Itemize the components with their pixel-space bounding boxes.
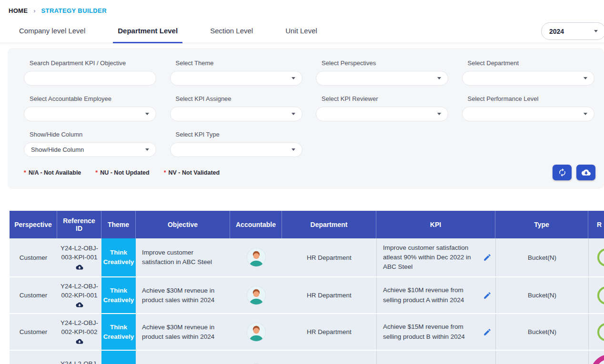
kpi-text: Achieve $10M revenue from selling produc…: [383, 285, 480, 305]
kpi-text: Improve customer satisfaction atleast 90…: [383, 243, 480, 272]
cell-accountable: [230, 351, 282, 364]
cell-kpi: Achieve $5M revenue from selling product…: [376, 351, 495, 364]
header-theme: Theme: [101, 211, 136, 238]
select-department-label: Select Department: [462, 59, 596, 67]
asterisk-icon: *: [95, 169, 98, 176]
chevron-down-icon: [437, 77, 441, 79]
panel-actions: [553, 165, 595, 180]
cell-kpi: Achieve $15M revenue from selling produc…: [376, 314, 495, 350]
level-tab-bar: Company level Level Department Level Sec…: [0, 24, 604, 43]
cell-last-column: [588, 351, 604, 364]
avatar[interactable]: [247, 248, 265, 266]
edit-kpi-button[interactable]: [483, 253, 492, 262]
download-kpi-button[interactable]: [75, 301, 84, 308]
export-button[interactable]: [576, 165, 595, 180]
select-accountable-label: Select Accountable Employee: [24, 95, 158, 102]
cell-theme: Think Creatively: [101, 238, 136, 276]
edit-kpi-button[interactable]: [483, 291, 492, 300]
cell-department: HR Department: [282, 277, 376, 313]
asterisk-icon: *: [164, 169, 166, 176]
select-reviewer-label: Select KPI Reviewer: [316, 95, 450, 102]
chevron-down-icon: [584, 77, 587, 79]
cell-department: HR Department: [282, 351, 376, 364]
header-objective: Objective: [136, 211, 230, 238]
cell-last-column: [588, 238, 604, 276]
field-select-department: Select Department: [462, 59, 596, 86]
header-type: Type: [495, 211, 588, 238]
cell-accountable: [230, 277, 282, 313]
search-kpi-input[interactable]: [24, 71, 156, 86]
cell-last-column: [588, 314, 604, 350]
field-select-reviewer: Select KPI Reviewer: [316, 95, 450, 121]
field-select-theme: Select Theme: [170, 59, 304, 86]
download-kpi-button[interactable]: [75, 264, 84, 271]
show-hide-column-dropdown[interactable]: Show/Hide Column: [24, 142, 156, 157]
field-select-performance: Select Performance Level: [462, 95, 596, 121]
avatar[interactable]: [247, 323, 265, 341]
cell-theme: Think Creatively: [101, 314, 136, 350]
header-perspective: Perspective: [10, 211, 57, 238]
reference-id-text: Y24-L2-OBJ-002-KPI-002: [58, 319, 101, 337]
kpi-table-header: Perspective Reference ID Theme Objective…: [10, 211, 604, 238]
tab-section-level[interactable]: Section Level: [205, 24, 258, 43]
chevron-down-icon: [584, 113, 587, 115]
cell-type: Bucket(N): [495, 351, 588, 364]
select-department-dropdown[interactable]: [462, 71, 594, 86]
select-kpi-type-dropdown[interactable]: [170, 142, 302, 157]
download-kpi-button[interactable]: [75, 338, 84, 345]
legend-nu: *NU - Not Updated: [95, 169, 149, 176]
chevron-down-icon: [292, 148, 295, 151]
progress-ring: [597, 248, 604, 266]
kpi-text: Achieve $15M revenue from selling produc…: [383, 322, 480, 342]
edit-pencil-icon: [483, 291, 492, 300]
show-hide-column-value: Show/Hide Column: [31, 146, 84, 153]
select-reviewer-dropdown[interactable]: [316, 107, 448, 121]
cell-last-column: [588, 277, 604, 313]
field-show-hide-column: Show/Hide Column Show/Hide Column: [24, 131, 158, 157]
asterisk-icon: *: [24, 169, 26, 176]
status-legend: *N/A - Not Available *NU - Not Updated *…: [24, 169, 220, 176]
table-row: Customer Y24-L2-OBJ-003-KPI-001 Think Cr…: [10, 238, 604, 277]
progress-ring: [597, 323, 604, 341]
filter-panel-footer: *N/A - Not Available *NU - Not Updated *…: [24, 165, 595, 180]
cell-accountable: [230, 238, 282, 276]
select-performance-dropdown[interactable]: [462, 107, 594, 121]
header-department: Department: [282, 211, 376, 238]
cell-reference-id: Y24-L2-OBJ-002-KPI-002: [57, 314, 101, 350]
cell-perspective: Customer: [10, 238, 57, 276]
select-theme-label: Select Theme: [170, 59, 304, 67]
select-assignee-label: Select KPI Assignee: [170, 95, 304, 102]
breadcrumb-home[interactable]: HOME: [9, 7, 28, 14]
cell-perspective: Customer: [10, 351, 57, 364]
breadcrumb-separator-icon: ›: [33, 7, 35, 14]
table-row: Customer Y24-L2-OBJ-002-KPI-002 Think Cr…: [10, 314, 604, 351]
progress-ring: [591, 354, 604, 364]
select-assignee-dropdown[interactable]: [170, 107, 302, 121]
edit-kpi-button[interactable]: [483, 328, 492, 336]
cell-type: Bucket(N): [495, 238, 588, 276]
header-last-column: R: [588, 211, 604, 238]
tab-company-level[interactable]: Company level Level: [14, 24, 90, 43]
refresh-button[interactable]: [553, 165, 572, 180]
field-search-kpi: Search Department KPI / Objective: [24, 59, 158, 86]
tab-unit-level[interactable]: Unit Level: [281, 24, 322, 43]
cloud-download-icon: [582, 168, 591, 177]
select-theme-dropdown[interactable]: [170, 71, 302, 86]
cell-perspective: Customer: [10, 314, 57, 350]
cell-kpi: Achieve $10M revenue from selling produc…: [376, 277, 495, 313]
avatar[interactable]: [247, 286, 265, 305]
field-select-accountable: Select Accountable Employee: [24, 95, 158, 121]
select-perspectives-dropdown[interactable]: [316, 71, 448, 86]
search-kpi-label: Search Department KPI / Objective: [24, 59, 158, 67]
cell-objective: Improve customer satisfaction in ABC Ste…: [136, 238, 230, 276]
edit-pencil-icon: [483, 328, 492, 336]
select-perspectives-label: Select Perspectives: [316, 59, 450, 67]
year-select[interactable]: 2024: [541, 22, 604, 40]
legend-na: *N/A - Not Available: [24, 169, 81, 176]
cell-reference-id: Y24-L2-OBJ-003-KPI-001: [57, 238, 101, 276]
header-accountable: Accountable: [230, 211, 282, 238]
tab-department-level[interactable]: Department Level: [113, 24, 182, 43]
reference-id-text: Y24-L2-OBJ-002-KPI-003: [58, 360, 101, 364]
cell-perspective: Customer: [10, 277, 57, 313]
select-accountable-dropdown[interactable]: [24, 107, 156, 121]
